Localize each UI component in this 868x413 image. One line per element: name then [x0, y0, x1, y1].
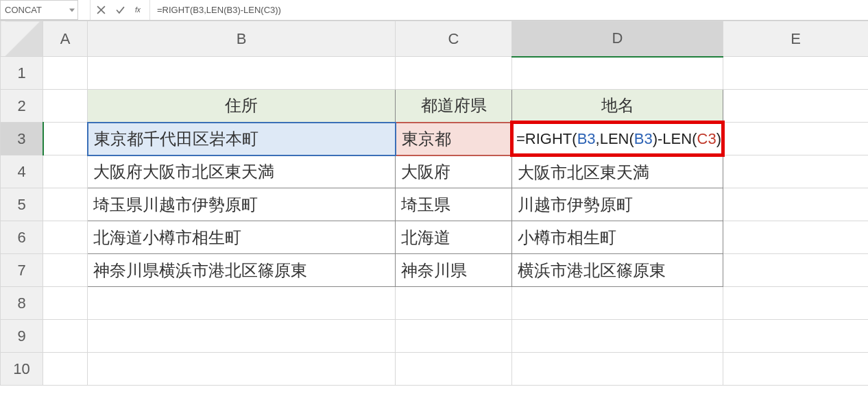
formula-bar-gap: [78, 0, 91, 20]
row-header-9[interactable]: 9: [1, 320, 43, 353]
cell-A1[interactable]: [43, 57, 88, 90]
cell-A4[interactable]: [43, 155, 88, 188]
cell-D3-active[interactable]: =RIGHT(B3,LEN(B3)-LEN(C3)): [512, 123, 723, 155]
cell-C2[interactable]: 都道府県: [396, 90, 512, 123]
cell-E4[interactable]: [723, 155, 869, 188]
cell-C8[interactable]: [396, 287, 512, 320]
formula-tok: B3: [577, 130, 596, 147]
cell-D9[interactable]: [512, 320, 723, 353]
enter-icon[interactable]: [115, 5, 125, 15]
cell-A5[interactable]: [43, 188, 88, 221]
fx-icon[interactable]: fx: [134, 5, 144, 15]
cell-B8[interactable]: [88, 287, 396, 320]
cell-A9[interactable]: [43, 320, 88, 353]
row-header-8[interactable]: 8: [1, 287, 43, 320]
row-header-2[interactable]: 2: [1, 90, 43, 123]
col-header-D[interactable]: D: [512, 21, 723, 57]
cell-A6[interactable]: [43, 221, 88, 254]
cell-C3[interactable]: 東京都: [396, 123, 512, 155]
cell-E8[interactable]: [723, 287, 869, 320]
cell-B1[interactable]: [88, 57, 396, 90]
cell-A8[interactable]: [43, 287, 88, 320]
cell-B7[interactable]: 神奈川県横浜市港北区篠原東: [88, 254, 396, 287]
cell-B6[interactable]: 北海道小樽市相生町: [88, 221, 396, 254]
col-header-E[interactable]: E: [723, 21, 869, 57]
cell-D6[interactable]: 小樽市相生町: [512, 221, 723, 254]
grid-row: 1: [1, 57, 869, 90]
cell-B2[interactable]: 住所: [88, 90, 396, 123]
cell-C9[interactable]: [396, 320, 512, 353]
cell-C6[interactable]: 北海道: [396, 221, 512, 254]
select-all-corner[interactable]: [1, 21, 43, 57]
cell-E6[interactable]: [723, 221, 869, 254]
cancel-icon[interactable]: [96, 5, 106, 15]
formula-bar-buttons: fx: [91, 0, 150, 20]
cell-E9[interactable]: [723, 320, 869, 353]
grid-row: 7 神奈川県横浜市港北区篠原東 神奈川県 横浜市港北区篠原東: [1, 254, 869, 287]
grid-row: 2 住所 都道府県 地名: [1, 90, 869, 123]
cell-D1[interactable]: [512, 57, 723, 90]
name-box-text: CONCAT: [5, 5, 42, 15]
cell-D4[interactable]: 大阪市北区東天満: [512, 155, 723, 188]
cell-E2[interactable]: [723, 90, 869, 123]
cell-E7[interactable]: [723, 254, 869, 287]
grid-row: 3 東京都千代田区岩本町 東京都 =RIGHT(B3,LEN(B3)-LEN(C…: [1, 123, 869, 155]
formula-tok: =RIGHT(: [516, 130, 577, 147]
formula-tok: )): [716, 130, 723, 147]
col-header-B[interactable]: B: [88, 21, 396, 57]
cell-A7[interactable]: [43, 254, 88, 287]
row-header-3[interactable]: 3: [1, 123, 43, 155]
cell-D5[interactable]: 川越市伊勢原町: [512, 188, 723, 221]
cell-B4[interactable]: 大阪府大阪市北区東天満: [88, 155, 396, 188]
row-header-10[interactable]: 10: [1, 353, 43, 386]
formula-tok: ,LEN(: [596, 130, 634, 147]
row-header-4[interactable]: 4: [1, 155, 43, 188]
formula-tok: )-LEN(: [653, 130, 697, 147]
cell-C1[interactable]: [396, 57, 512, 90]
cell-E10[interactable]: [723, 353, 869, 386]
grid-row: 5 埼玉県川越市伊勢原町 埼玉県 川越市伊勢原町: [1, 188, 869, 221]
formula-bar: CONCAT fx =RIGHT(B3,LEN(B3)-LEN(C3)): [0, 0, 868, 21]
cell-D10[interactable]: [512, 353, 723, 386]
grid-table: A B C D E 1 2 住所 都道府県 地名 3 東京都千代田区岩本町 東京…: [0, 21, 868, 386]
row-header-1[interactable]: 1: [1, 57, 43, 90]
grid-row: 4 大阪府大阪市北区東天満 大阪府 大阪市北区東天満: [1, 155, 869, 188]
cell-B5[interactable]: 埼玉県川越市伊勢原町: [88, 188, 396, 221]
cell-C7[interactable]: 神奈川県: [396, 254, 512, 287]
row-header-7[interactable]: 7: [1, 254, 43, 287]
cell-D2[interactable]: 地名: [512, 90, 723, 123]
cell-B3[interactable]: 東京都千代田区岩本町: [88, 123, 396, 155]
cell-D7[interactable]: 横浜市港北区篠原東: [512, 254, 723, 287]
cell-C5[interactable]: 埼玉県: [396, 188, 512, 221]
name-box[interactable]: CONCAT: [0, 0, 78, 20]
cell-B9[interactable]: [88, 320, 396, 353]
cell-E1[interactable]: [723, 57, 869, 90]
row-header-5[interactable]: 5: [1, 188, 43, 221]
grid-row: 8: [1, 287, 869, 320]
grid-row: 6 北海道小樽市相生町 北海道 小樽市相生町: [1, 221, 869, 254]
cell-E3[interactable]: [723, 123, 869, 155]
cell-C10[interactable]: [396, 353, 512, 386]
formula-tok: C3: [697, 130, 716, 147]
grid-row: 9: [1, 320, 869, 353]
row-header-6[interactable]: 6: [1, 221, 43, 254]
column-header-row: A B C D E: [1, 21, 869, 57]
col-header-A[interactable]: A: [43, 21, 88, 57]
cell-A2[interactable]: [43, 90, 88, 123]
col-header-C[interactable]: C: [396, 21, 512, 57]
cell-A3[interactable]: [43, 123, 88, 155]
grid-row: 10: [1, 353, 869, 386]
formula-tok: B3: [634, 130, 653, 147]
svg-text:fx: fx: [135, 6, 141, 14]
formula-input[interactable]: =RIGHT(B3,LEN(B3)-LEN(C3)): [150, 0, 868, 20]
cell-A10[interactable]: [43, 353, 88, 386]
spreadsheet-grid: A B C D E 1 2 住所 都道府県 地名 3 東京都千代田区岩本町 東京…: [0, 21, 868, 386]
cell-B10[interactable]: [88, 353, 396, 386]
chevron-down-icon[interactable]: [69, 8, 75, 12]
cell-C4[interactable]: 大阪府: [396, 155, 512, 188]
cell-E5[interactable]: [723, 188, 869, 221]
formula-text: =RIGHT(B3,LEN(B3)-LEN(C3)): [157, 5, 281, 15]
cell-D8[interactable]: [512, 287, 723, 320]
